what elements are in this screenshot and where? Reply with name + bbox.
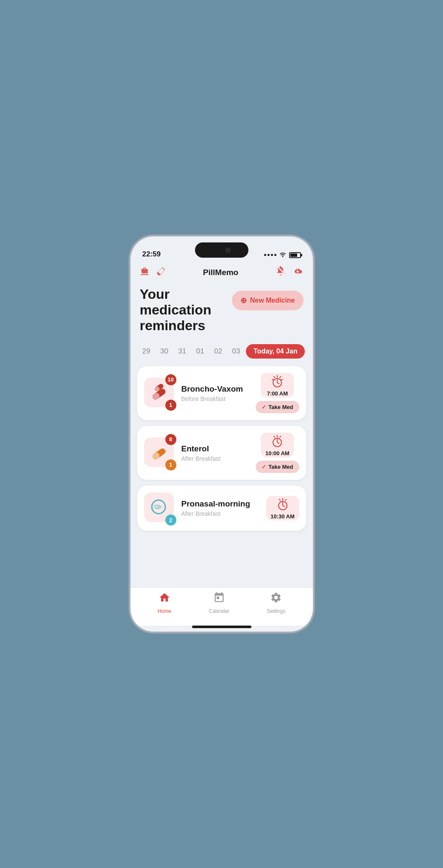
date-31[interactable]: 31: [174, 345, 190, 358]
svg-line-19: [279, 499, 280, 501]
alarm-icon-broncho: [270, 374, 285, 389]
phone-shell: 22:59: [131, 236, 313, 632]
svg-line-7: [280, 376, 281, 378]
nav-bar: PillMemo: [131, 262, 313, 283]
alarm-time-pronasal: 10:30 AM: [270, 513, 295, 520]
badge-count-8: 8: [165, 434, 176, 445]
calendar-icon: [213, 592, 225, 606]
nav-right-icons: [276, 266, 304, 279]
svg-line-15: [280, 436, 281, 437]
new-medicine-button[interactable]: ⊕ New Medicine: [232, 291, 304, 310]
med-timing-pronasal: After Breakfast: [181, 510, 260, 517]
date-today[interactable]: Today, 04 Jan: [246, 344, 305, 359]
date-strip: 29 30 31 01 02 03 Today, 04 Jan: [131, 340, 313, 366]
pill-red-icon: [148, 383, 170, 402]
badge-small-enterol: 1: [165, 459, 176, 470]
alarm-box-pronasal: 10:30 AM: [266, 496, 299, 520]
plus-circle-icon: ⊕: [240, 296, 247, 305]
med-info-broncho: Broncho-Vaxom Before Breakfast: [181, 384, 250, 402]
badge-small-1: 1: [165, 400, 176, 411]
med-icon-broncho: 10 1: [144, 378, 176, 409]
eraser-icon[interactable]: [156, 266, 166, 279]
calendar-label: Calendar: [209, 608, 229, 614]
badge-small-pronasal: 2: [165, 515, 176, 526]
nav-calendar[interactable]: Calendar: [200, 588, 238, 618]
pill-orange-icon: [148, 442, 170, 462]
med-right-enterol: 10:00 AM ✓ Take Med: [256, 433, 299, 473]
nav-left-icons: [140, 266, 166, 279]
med-icon-pronasal: 2: [144, 492, 176, 524]
med-card-enterol: 8 1 Enterol After Breakfast: [137, 426, 306, 480]
medicine-cards: 10 1 Broncho-Vaxom Before Breakfast: [131, 366, 313, 531]
date-29[interactable]: 29: [138, 345, 155, 358]
svg-line-20: [285, 499, 286, 501]
cloud-sync-icon[interactable]: [292, 266, 304, 279]
hero-title: Your medication reminders: [140, 287, 212, 333]
app-content: PillMemo Your: [131, 262, 313, 587]
med-name-pronasal: Pronasal-morning: [181, 499, 260, 509]
med-card-pronasal: 2 Pronasal-morning After Breakfast: [137, 486, 306, 531]
med-name-broncho: Broncho-Vaxom: [181, 384, 250, 394]
home-indicator: [192, 626, 251, 628]
take-med-button-broncho[interactable]: ✓ Take Med: [256, 401, 299, 413]
nav-settings[interactable]: Settings: [259, 588, 294, 618]
med-name-enterol: Enterol: [181, 444, 250, 454]
med-info-enterol: Enterol After Breakfast: [181, 444, 250, 462]
home-label: Home: [158, 608, 171, 614]
med-timing-enterol: After Breakfast: [181, 455, 250, 462]
med-right-broncho: 7:00 AM ✓ Take Med: [256, 373, 299, 413]
med-card-broncho: 10 1 Broncho-Vaxom Before Breakfast: [137, 366, 306, 420]
wifi-icon: [279, 251, 287, 259]
take-med-button-enterol[interactable]: ✓ Take Med: [256, 461, 299, 473]
check-icon-2: ✓: [262, 464, 266, 470]
check-icon: ✓: [262, 404, 266, 410]
settings-label: Settings: [267, 608, 285, 614]
alarm-box-broncho: 7:00 AM: [261, 373, 294, 398]
status-icons: [264, 251, 301, 259]
svg-line-6: [274, 376, 275, 378]
nav-home[interactable]: Home: [149, 588, 180, 618]
battery-icon: [289, 252, 301, 258]
svg-line-9: [281, 379, 282, 380]
screen: 22:59: [131, 236, 313, 632]
svg-line-8: [272, 379, 273, 380]
status-time: 22:59: [142, 250, 161, 259]
alarm-icon-enterol: [270, 434, 285, 449]
badge-count-10: 10: [165, 374, 176, 385]
alarm-box-enterol: 10:00 AM: [261, 433, 294, 457]
date-02[interactable]: 02: [210, 345, 226, 358]
coffee-icon[interactable]: [140, 266, 150, 279]
signal-icon: [264, 254, 276, 256]
bottom-nav: Home Calendar Settings: [131, 587, 313, 626]
app-title: PillMemo: [203, 268, 238, 277]
alarm-time-broncho: 7:00 AM: [267, 390, 288, 397]
dynamic-island: [195, 242, 248, 258]
med-info-pronasal: Pronasal-morning After Breakfast: [181, 499, 260, 517]
svg-line-14: [274, 436, 275, 437]
hero-section: Your medication reminders ⊕ New Medicine: [131, 283, 313, 340]
spray-icon: [149, 498, 169, 517]
bell-mute-icon[interactable]: [276, 266, 286, 279]
date-01[interactable]: 01: [192, 345, 209, 358]
med-right-pronasal: 10:30 AM: [266, 496, 299, 520]
date-30[interactable]: 30: [156, 345, 173, 358]
alarm-icon-pronasal: [275, 497, 290, 512]
date-03[interactable]: 03: [228, 345, 245, 358]
camera: [226, 248, 231, 253]
med-icon-enterol: 8 1: [144, 437, 176, 469]
alarm-time-enterol: 10:00 AM: [265, 450, 290, 456]
home-icon: [159, 592, 170, 606]
settings-icon: [270, 592, 282, 606]
med-timing-broncho: Before Breakfast: [181, 395, 250, 402]
